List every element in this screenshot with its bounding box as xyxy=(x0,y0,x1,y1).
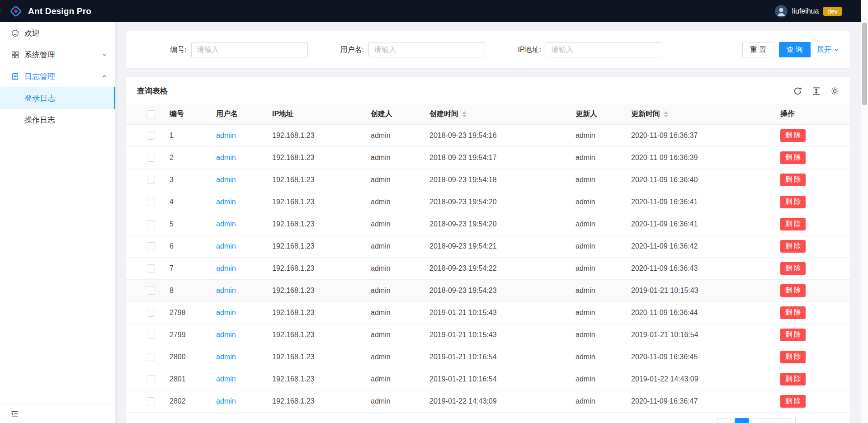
row-username-link[interactable]: admin xyxy=(216,353,236,361)
row-creator: admin xyxy=(363,191,422,213)
delete-button[interactable]: 删 除 xyxy=(780,129,806,142)
row-created-at: 2019-01-21 10:16:54 xyxy=(422,346,568,368)
row-checkbox[interactable] xyxy=(147,132,155,140)
pagination-prev-button[interactable]: ‹ xyxy=(717,418,731,423)
table-card: 查询表格 xyxy=(126,77,850,423)
row-username-link[interactable]: admin xyxy=(216,287,236,294)
delete-button[interactable]: 删 除 xyxy=(780,395,806,408)
row-id: 7 xyxy=(162,257,209,279)
row-created-at: 2018-09-23 19:54:20 xyxy=(422,191,568,213)
row-created-at: 2018-09-23 19:54:16 xyxy=(422,124,568,146)
sidebar-collapse-trigger[interactable] xyxy=(0,404,115,423)
row-username-link[interactable]: admin xyxy=(216,220,236,228)
ip-input[interactable] xyxy=(546,42,662,57)
row-updated-at: 2020-11-09 16:36:39 xyxy=(624,146,773,169)
pagination-current-page[interactable]: 1 xyxy=(735,418,749,423)
table-row: 2800 admin 192.168.1.23 admin 2019-01-21… xyxy=(126,346,850,368)
sorter-icon[interactable] xyxy=(664,111,668,118)
row-creator: admin xyxy=(363,301,422,324)
table-row: 7 admin 192.168.1.23 admin 2018-09-23 19… xyxy=(126,257,850,279)
table-row: 3 admin 192.168.1.23 admin 2018-09-23 19… xyxy=(126,169,850,191)
chevron-down-icon xyxy=(102,52,107,57)
delete-button[interactable]: 删 除 xyxy=(780,329,806,341)
delete-button[interactable]: 删 除 xyxy=(780,262,806,275)
table-row: 6 admin 192.168.1.23 admin 2018-09-23 19… xyxy=(126,235,850,257)
delete-button[interactable]: 删 除 xyxy=(780,240,806,253)
sidebar-item-operation-log[interactable]: 操作日志 xyxy=(0,109,115,131)
sidebar-item-login-log[interactable]: 登录日志 xyxy=(0,87,115,109)
row-checkbox[interactable] xyxy=(147,375,155,383)
row-checkbox[interactable] xyxy=(147,220,155,228)
row-checkbox[interactable] xyxy=(147,154,155,162)
row-updated-at: 2020-11-09 16:36:43 xyxy=(624,257,773,279)
refresh-icon[interactable] xyxy=(793,87,802,95)
row-username-link[interactable]: admin xyxy=(216,264,236,272)
row-checkbox[interactable] xyxy=(147,331,155,339)
row-updater: admin xyxy=(568,124,624,146)
row-checkbox[interactable] xyxy=(147,309,155,317)
row-checkbox[interactable] xyxy=(147,264,155,273)
delete-button[interactable]: 删 除 xyxy=(780,351,806,363)
delete-button[interactable]: 删 除 xyxy=(780,218,806,230)
column-header-actions: 操作 xyxy=(773,104,850,124)
table-title: 查询表格 xyxy=(137,86,168,96)
page-size-select[interactable] xyxy=(753,418,796,423)
table-row: 2798 admin 192.168.1.23 admin 2019-01-21… xyxy=(126,301,850,324)
delete-button[interactable]: 删 除 xyxy=(780,306,806,319)
column-height-icon[interactable] xyxy=(812,87,821,95)
filter-field-id: 编号: xyxy=(137,42,314,57)
expand-link[interactable]: 展开 xyxy=(817,45,839,55)
filter-field-ip: IP地址: xyxy=(491,42,669,57)
user-avatar[interactable] xyxy=(775,5,788,18)
row-username-link[interactable]: admin xyxy=(216,242,236,250)
select-all-checkbox[interactable] xyxy=(147,110,155,118)
row-checkbox[interactable] xyxy=(147,198,155,206)
row-username-link[interactable]: admin xyxy=(216,309,236,316)
row-username-link[interactable]: admin xyxy=(216,154,236,161)
row-checkbox[interactable] xyxy=(147,242,155,250)
row-creator: admin xyxy=(363,124,422,146)
sidebar-item-log-management[interactable]: 日志管理 xyxy=(0,66,115,87)
row-ip: 192.168.1.23 xyxy=(265,191,363,213)
row-ip: 192.168.1.23 xyxy=(265,368,363,390)
row-id: 2802 xyxy=(162,390,209,412)
row-created-at: 2018-09-23 19:54:21 xyxy=(422,235,568,257)
row-checkbox[interactable] xyxy=(147,353,155,361)
row-username-link[interactable]: admin xyxy=(216,176,236,183)
username-label[interactable]: liufeihua xyxy=(792,7,819,15)
id-input[interactable] xyxy=(191,42,308,57)
delete-button[interactable]: 删 除 xyxy=(780,174,806,186)
logo[interactable]: Ant Design Pro xyxy=(9,5,91,18)
row-ip: 192.168.1.23 xyxy=(265,213,363,235)
search-button[interactable]: 查 询 xyxy=(779,42,811,57)
reset-button[interactable]: 重 置 xyxy=(742,42,774,57)
filter-label: IP地址: xyxy=(491,45,541,55)
row-username-link[interactable]: admin xyxy=(216,375,236,383)
delete-button[interactable]: 删 除 xyxy=(780,284,806,297)
sorter-icon[interactable] xyxy=(462,111,467,118)
sidebar-item-welcome[interactable]: 欢迎 xyxy=(0,22,115,44)
delete-button[interactable]: 删 除 xyxy=(780,196,806,208)
row-username-link[interactable]: admin xyxy=(216,331,236,338)
row-username-link[interactable]: admin xyxy=(216,397,236,405)
row-checkbox[interactable] xyxy=(147,176,155,184)
row-id: 1 xyxy=(162,124,209,146)
row-username-link[interactable]: admin xyxy=(216,198,236,206)
sidebar-item-system-management[interactable]: 系统管理 xyxy=(0,44,115,66)
row-updated-at: 2020-11-09 16:36:41 xyxy=(624,213,773,235)
scrollbar-thumb[interactable] xyxy=(862,23,867,105)
filter-card: 编号: 用户名: IP地址: 重 置 查 询 展开 xyxy=(126,31,850,68)
column-header-updated-at[interactable]: 更新时间 xyxy=(624,104,773,124)
settings-icon[interactable] xyxy=(830,87,839,95)
delete-button[interactable]: 删 除 xyxy=(780,373,806,385)
username-input[interactable] xyxy=(368,42,485,57)
table-row: 2802 admin 192.168.1.23 admin 2019-01-22… xyxy=(126,390,850,412)
delete-button[interactable]: 删 除 xyxy=(780,151,806,164)
column-header-created-at[interactable]: 创建时间 xyxy=(422,104,568,124)
table-row: 2799 admin 192.168.1.23 admin 2019-01-21… xyxy=(126,324,850,346)
row-checkbox[interactable] xyxy=(147,287,155,295)
env-badge: dev xyxy=(823,7,842,16)
row-checkbox[interactable] xyxy=(147,397,155,405)
row-updated-at: 2020-11-09 16:36:42 xyxy=(624,235,773,257)
row-username-link[interactable]: admin xyxy=(216,132,236,139)
